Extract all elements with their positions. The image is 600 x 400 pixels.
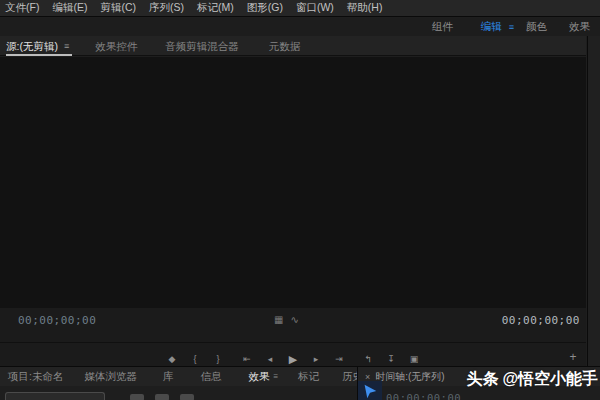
yuv-effects-badge[interactable] (180, 394, 194, 400)
add-marker-button[interactable]: ◆ (165, 351, 179, 367)
menu-bar: 文件(F) 编辑(E) 剪辑(C) 序列(S) 标记(M) 图形(G) 窗口(W… (0, 0, 600, 17)
export-frame-button[interactable]: ▣ (407, 351, 421, 367)
mark-out-button[interactable]: } (211, 351, 225, 367)
selection-tool-tile[interactable] (358, 381, 382, 400)
panel-menu-icon[interactable]: ≡ (273, 372, 278, 381)
workspace-tab-editing[interactable]: 编辑 (481, 20, 502, 34)
menu-file[interactable]: 文件(F) (5, 1, 39, 15)
duration-timecode: 00;00;00;00 (502, 314, 580, 327)
workspace-bar: 组件 编辑 ≡ 颜色 效果 (0, 18, 600, 36)
step-forward-button[interactable]: ▸ (309, 351, 323, 367)
overwrite-button[interactable]: ↧ (384, 351, 398, 367)
tab-libraries[interactable]: 库 (163, 370, 174, 384)
drag-audio-icon[interactable]: ∿ (290, 314, 298, 325)
menu-markers[interactable]: 标记(M) (197, 1, 234, 15)
tab-project-untitled[interactable]: 项目:未命名 (8, 370, 63, 384)
menu-help[interactable]: 帮助(H) (347, 1, 383, 15)
button-editor-plus[interactable]: + (566, 350, 580, 364)
workspace-tab-effects[interactable]: 效果 (569, 20, 590, 34)
step-back-button[interactable]: ◂ (263, 351, 277, 367)
menu-edit[interactable]: 编辑(E) (52, 1, 87, 15)
watermark-handle: @悟空小能手 (502, 370, 598, 387)
menu-graphics[interactable]: 图形(G) (247, 1, 283, 15)
go-to-out-button[interactable]: ⇥ (332, 351, 346, 367)
mark-in-button[interactable]: { (188, 351, 202, 367)
project-panel-tab-bar: 项目:未命名 媒体浏览器 库 信息 效果 ≡ 标记 历史记 » (0, 367, 357, 386)
source-panel-tab-bar: 源:(无剪辑) ≡ 效果控件 音频剪辑混合器 元数据 (0, 36, 586, 56)
watermark: 头条@悟空小能手 (466, 369, 598, 390)
play-button[interactable]: ▶ (286, 351, 300, 367)
drag-video-icon[interactable]: ▦ (274, 314, 283, 325)
menu-sequence[interactable]: 序列(S) (149, 1, 184, 15)
source-monitor-viewport (0, 57, 586, 308)
close-icon[interactable]: × (365, 372, 370, 382)
effects-filter-badges (130, 394, 194, 400)
project-panel-group: 项目:未命名 媒体浏览器 库 信息 效果 ≡ 标记 历史记 » (0, 367, 357, 400)
drag-tools: ▦ ∿ (274, 314, 299, 325)
menu-window[interactable]: 窗口(W) (296, 1, 334, 15)
cursor-arrow-icon (361, 382, 379, 400)
tab-effects[interactable]: 效果 (248, 370, 269, 384)
tab-markers[interactable]: 标记 (298, 370, 319, 384)
tab-info[interactable]: 信息 (200, 370, 221, 384)
watermark-brand: 头条 (466, 370, 498, 387)
menu-clip[interactable]: 剪辑(C) (100, 1, 136, 15)
tab-source-no-clip[interactable]: 源:(无剪辑) (6, 36, 58, 56)
go-to-in-button[interactable]: ⇤ (240, 351, 254, 367)
tab-effect-controls[interactable]: 效果控件 (95, 36, 137, 56)
divider (0, 342, 586, 343)
workspace-tab-assembly[interactable]: 组件 (432, 20, 453, 34)
panel-menu-icon[interactable]: ≡ (64, 41, 69, 51)
timeline-panel-title[interactable]: 时间轴:(无序列) (375, 370, 444, 384)
32bit-color-badge[interactable] (155, 394, 169, 400)
timeline-timecode: 00;00;00;00 (386, 392, 461, 400)
workspace-tab-color[interactable]: 颜色 (526, 20, 547, 34)
insert-button[interactable]: ↰ (361, 351, 375, 367)
effects-search-input[interactable] (5, 392, 105, 400)
source-monitor-controls: 00;00;00;00 ▦ ∿ 00;00;00;00 ◆ { } ⇤ ◂ ▶ … (0, 308, 586, 366)
program-panel-edge (587, 36, 600, 366)
workspace-menu-icon[interactable]: ≡ (509, 22, 514, 32)
tab-audio-clip-mixer[interactable]: 音频剪辑混合器 (165, 36, 239, 56)
tab-metadata[interactable]: 元数据 (269, 36, 301, 56)
tab-media-browser[interactable]: 媒体浏览器 (84, 370, 137, 384)
position-timecode: 00;00;00;00 (18, 314, 96, 327)
accelerated-effects-badge[interactable] (130, 394, 144, 400)
